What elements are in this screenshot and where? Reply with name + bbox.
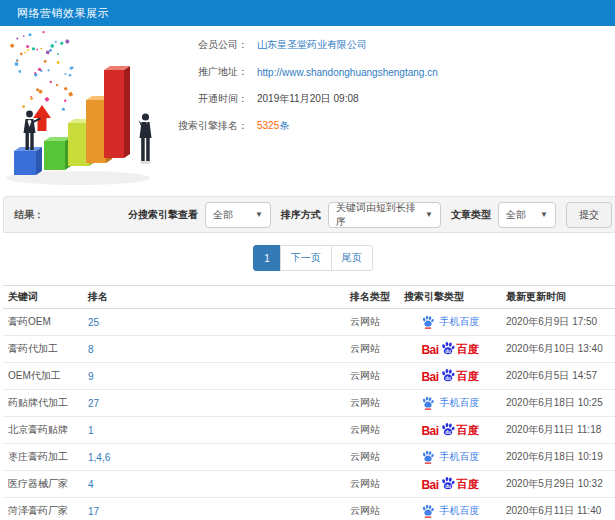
mobile-baidu-logo: 手机百度: [421, 504, 480, 518]
result-label: 结果：: [14, 208, 44, 222]
table-row: 膏药代加工8云网站Bai du 百度2020年6月10日 13:40: [3, 336, 615, 363]
bar-green: [44, 137, 71, 170]
updated-time-cell: 2020年5月29日 10:32: [501, 471, 615, 498]
engine-type-cell: 手机百度: [399, 444, 501, 471]
baidu-logo-bai: Bai: [421, 478, 438, 492]
sort-filter-label: 排序方式: [281, 208, 321, 222]
svg-text:du: du: [445, 376, 451, 381]
rank-type-cell: 云网站: [345, 444, 399, 471]
updated-time-cell: 2020年6月18日 10:25: [501, 390, 615, 417]
info-row-open-time: 开通时间： 2019年11月20日 09:08: [170, 92, 438, 106]
baidu-paw-icon: du: [440, 422, 456, 438]
filter-bar: 结果： 分搜索引擎查看 全部 ▼ 排序方式 关键词由短到长排序 ▼ 文章类型 全…: [3, 196, 615, 233]
bar-red: [104, 66, 130, 158]
last-page-button[interactable]: 尾页: [331, 245, 373, 271]
mobile-baidu-label: 手机百度: [440, 450, 480, 464]
engine-type-cell: 手机百度: [399, 309, 501, 336]
col-header-rank: 排名: [83, 286, 345, 309]
engine-type-cell: Bai du 百度: [399, 336, 501, 363]
table-row: 菏泽膏药厂家17云网站 手机百度2020年6月11日 11:40: [3, 498, 615, 520]
keyword-cell: 北京膏药贴牌: [3, 417, 83, 444]
baidu-paw-icon: du: [440, 368, 456, 384]
rank-link[interactable]: 4: [83, 471, 345, 498]
rank-type-cell: 云网站: [345, 309, 399, 336]
submit-button[interactable]: 提交: [566, 202, 612, 228]
rank-link[interactable]: 1: [83, 417, 345, 444]
baidu-logo-text: 百度: [457, 342, 479, 357]
open-time-value: 2019年11月20日 09:08: [257, 92, 359, 106]
rank-count: 5325: [257, 120, 279, 131]
rank-link[interactable]: 27: [83, 390, 345, 417]
engine-rank-label: 搜索引擎排名：: [170, 119, 248, 133]
baidu-paw-icon: du: [440, 476, 456, 492]
engine-type-cell: 手机百度: [399, 498, 501, 520]
keyword-cell: 枣庄膏药加工: [3, 444, 83, 471]
pagination: 1 下一页 尾页: [253, 245, 373, 271]
promo-url-link[interactable]: http://www.shandonghuangshengtang.cn: [257, 67, 438, 78]
engine-filter-value: 全部: [213, 208, 233, 222]
table-row: OEM代加工9云网站Bai du 百度2020年6月5日 14:57: [3, 363, 615, 390]
col-header-updated: 最新更新时间: [501, 286, 615, 309]
article-type-select[interactable]: 全部 ▼: [498, 202, 556, 228]
sort-filter-select[interactable]: 关键词由短到长排序 ▼: [328, 202, 441, 228]
baidu-paw-icon: [421, 450, 435, 464]
mobile-baidu-label: 手机百度: [440, 315, 480, 329]
rank-link[interactable]: 9: [83, 363, 345, 390]
engine-filter-select[interactable]: 全部 ▼: [205, 202, 271, 228]
baidu-logo-text: 百度: [457, 369, 479, 384]
table-row: 药贴牌代加工27云网站 手机百度2020年6月18日 10:25: [3, 390, 615, 417]
rank-link[interactable]: 17: [83, 498, 345, 520]
page-1-button[interactable]: 1: [253, 245, 281, 271]
updated-time-cell: 2020年6月5日 14:57: [501, 363, 615, 390]
rank-type-cell: 云网站: [345, 363, 399, 390]
results-panel: 结果： 分搜索引擎查看 全部 ▼ 排序方式 关键词由短到长排序 ▼ 文章类型 全…: [3, 196, 615, 520]
table-row: 枣庄膏药加工1,4,6云网站 手机百度2020年6月18日 10:19: [3, 444, 615, 471]
pagination-area: 1 下一页 尾页: [3, 233, 615, 285]
growth-arrow: [33, 105, 51, 131]
next-page-button[interactable]: 下一页: [280, 245, 332, 271]
chevron-down-icon: ▼: [247, 210, 263, 219]
company-info: 会员公司： 山东皇圣堂药业有限公司 推广地址： http://www.shand…: [170, 38, 438, 146]
engine-type-cell: Bai du 百度: [399, 471, 501, 498]
engine-rank-value: 5325条: [257, 119, 289, 133]
updated-time-cell: 2020年6月11日 11:40: [501, 498, 615, 520]
col-header-keyword: 关键词: [3, 286, 83, 309]
header-bar: 网络营销效果展示: [0, 0, 615, 26]
keyword-cell: 膏药代加工: [3, 336, 83, 363]
svg-text:du: du: [445, 349, 451, 354]
company-name-link[interactable]: 山东皇圣堂药业有限公司: [257, 38, 367, 52]
updated-time-cell: 2020年6月18日 10:19: [501, 444, 615, 471]
results-table: 关键词 排名 排名类型 搜索引擎类型 最新更新时间 膏药OEM25云网站 手机百…: [3, 285, 615, 520]
bar-blue: [14, 147, 42, 175]
keyword-cell: 医疗器械厂家: [3, 471, 83, 498]
marketing-chart-image: [0, 28, 190, 190]
baidu-logo: Bai du 百度: [421, 368, 478, 384]
rank-type-cell: 云网站: [345, 417, 399, 444]
baidu-paw-icon: du: [440, 341, 456, 357]
chevron-down-icon: ▼: [532, 210, 548, 219]
rank-type-cell: 云网站: [345, 336, 399, 363]
keyword-cell: 膏药OEM: [3, 309, 83, 336]
svg-text:du: du: [445, 430, 451, 435]
keyword-cell: 药贴牌代加工: [3, 390, 83, 417]
col-header-rank-type: 排名类型: [345, 286, 399, 309]
engine-type-cell: Bai du 百度: [399, 363, 501, 390]
rank-unit: 条: [279, 120, 289, 131]
baidu-logo-text: 百度: [457, 477, 479, 492]
baidu-paw-icon: [421, 396, 435, 410]
updated-time-cell: 2020年6月9日 17:50: [501, 309, 615, 336]
baidu-logo-text: 百度: [457, 423, 479, 438]
baidu-logo-bai: Bai: [421, 343, 438, 357]
sort-filter-value: 关键词由短到长排序: [336, 201, 417, 229]
svg-text:du: du: [445, 484, 451, 489]
chevron-down-icon: ▼: [417, 210, 433, 219]
table-header-row: 关键词 排名 排名类型 搜索引擎类型 最新更新时间: [3, 286, 615, 309]
info-row-url: 推广地址： http://www.shandonghuangshengtang.…: [170, 65, 438, 79]
baidu-logo-bai: Bai: [421, 424, 438, 438]
rank-link[interactable]: 25: [83, 309, 345, 336]
rank-link[interactable]: 8: [83, 336, 345, 363]
article-type-value: 全部: [506, 208, 526, 222]
engine-type-cell: Bai du 百度: [399, 417, 501, 444]
table-body: 膏药OEM25云网站 手机百度2020年6月9日 17:50膏药代加工8云网站B…: [3, 309, 615, 520]
rank-link[interactable]: 1,4,6: [83, 444, 345, 471]
